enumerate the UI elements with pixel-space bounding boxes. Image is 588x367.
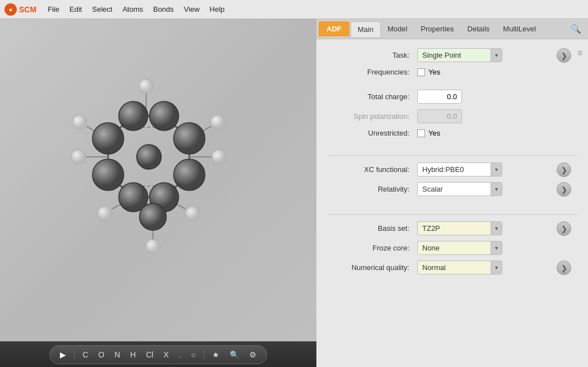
toolbar-hydrogen[interactable]: H (128, 349, 138, 360)
task-dropdown[interactable]: Single Point ▾ (417, 48, 502, 62)
main-container: ▶ C O N H Cl X . ○ ★ 🔍 ⚙ ADF Main Model (0, 19, 588, 367)
task-nav-arrow[interactable]: ❯ (557, 48, 571, 63)
toolbar-carbon[interactable]: C (80, 349, 90, 360)
basis-set-dropdown-arrow[interactable]: ▾ (491, 222, 502, 235)
unrestricted-label: Unrestricted: (328, 129, 417, 137)
svg-point-33 (92, 123, 124, 154)
svg-point-18 (211, 115, 225, 129)
basis-set-nav-arrow[interactable]: ❯ (557, 221, 571, 236)
svg-point-16 (72, 115, 87, 129)
toolbar-oxygen[interactable]: O (96, 349, 107, 360)
tab-adf[interactable]: ADF (319, 21, 349, 36)
numerical-quality-control: Normal ▾ (417, 261, 502, 275)
spin-pol-row: Spin polarization: (328, 109, 577, 123)
scroll-indicator: ≡ (577, 48, 582, 58)
basis-set-label: Basis set: (328, 224, 417, 233)
numerical-quality-dropdown-arrow[interactable]: ▾ (491, 261, 502, 274)
toolbar-settings[interactable]: ⚙ (247, 349, 259, 360)
menu-edit[interactable]: Edit (65, 3, 86, 16)
relativity-dropdown[interactable]: Scalar ▾ (417, 182, 502, 196)
relativity-row-wrapper: Relativity: Scalar ▾ ❯ (328, 182, 577, 196)
basis-set-dropdown-value: TZ2P (418, 222, 491, 235)
unrestricted-yes-label: Yes (428, 129, 440, 137)
menu-select[interactable]: Select (87, 3, 116, 16)
task-dropdown-value: Single Point (418, 49, 491, 62)
xc-dropdown-value: Hybrid:PBE0 (418, 163, 491, 176)
toolbar-dot[interactable]: . (176, 349, 183, 360)
toolbar-star[interactable]: ★ (210, 349, 222, 360)
xc-label: XC functional: (328, 165, 417, 174)
spin-pol-input (417, 109, 462, 123)
toolbar-cursor[interactable]: ▶ (58, 349, 68, 360)
basis-set-row-wrapper: Basis set: TZ2P ▾ ❯ (328, 221, 577, 235)
svg-point-26 (185, 206, 200, 221)
froze-core-row: Froze core: None ▾ (328, 241, 577, 255)
numerical-quality-dropdown[interactable]: Normal ▾ (417, 261, 502, 275)
task-control: Single Point ▾ (417, 48, 502, 62)
froze-core-label: Froze core: (328, 244, 417, 252)
froze-core-dropdown[interactable]: None ▾ (417, 241, 502, 255)
xc-dropdown[interactable]: Hybrid:PBE0 ▾ (417, 162, 502, 176)
froze-core-dropdown-value: None (418, 241, 491, 254)
spin-pol-label: Spin polarization: (328, 112, 417, 120)
task-dropdown-arrow[interactable]: ▾ (491, 49, 502, 62)
numerical-quality-dropdown-value: Normal (418, 261, 491, 274)
spin-pol-control (417, 109, 462, 123)
scm-logo-icon: ● (4, 3, 17, 16)
unrestricted-control: Yes (417, 129, 440, 137)
svg-point-22 (71, 150, 86, 164)
relativity-nav-arrow[interactable]: ❯ (557, 182, 571, 197)
menu-view[interactable]: View (179, 3, 204, 16)
froze-core-row-wrapper: Froze core: None ▾ (328, 241, 577, 255)
bottom-toolbar: ▶ C O N H Cl X . ○ ★ 🔍 ⚙ (0, 341, 316, 367)
content-area: ≡ Task: Single Point ▾ ❯ Frequencies: (316, 39, 588, 367)
tab-main[interactable]: Main (351, 21, 381, 37)
divider-1 (328, 155, 577, 156)
toolbar-x[interactable]: X (161, 349, 171, 360)
tab-details[interactable]: Details (461, 21, 497, 36)
relativity-dropdown-arrow[interactable]: ▾ (491, 183, 502, 196)
svg-point-31 (174, 123, 205, 154)
scm-logo: ● SCM (4, 3, 36, 16)
xc-row: XC functional: Hybrid:PBE0 ▾ ❯ (328, 162, 577, 176)
froze-core-control: None ▾ (417, 241, 502, 255)
basis-set-control: TZ2P ▾ (417, 221, 502, 235)
svg-point-32 (174, 159, 205, 191)
molecule-canvas[interactable] (0, 19, 316, 341)
menu-atoms[interactable]: Atoms (118, 3, 148, 16)
froze-core-dropdown-arrow[interactable]: ▾ (491, 241, 502, 254)
toolbar-nitrogen[interactable]: N (112, 349, 122, 360)
toolbar-pill: ▶ C O N H Cl X . ○ ★ 🔍 ⚙ (49, 345, 267, 364)
basis-set-dropdown[interactable]: TZ2P ▾ (417, 221, 502, 235)
molecule-svg (46, 57, 270, 281)
unrestricted-checkbox[interactable] (417, 129, 425, 137)
svg-point-29 (119, 101, 148, 131)
gap-1 (328, 82, 577, 90)
toolbar-sep-1 (74, 350, 74, 360)
toolbar-chlorine[interactable]: Cl (144, 349, 156, 360)
menu-bonds[interactable]: Bonds (148, 3, 178, 16)
xc-control: Hybrid:PBE0 ▾ (417, 162, 502, 176)
frequencies-checkbox[interactable] (417, 68, 425, 76)
tab-properties[interactable]: Properties (414, 21, 460, 36)
numerical-quality-row-wrapper: Numerical quality: Normal ▾ ❯ (328, 261, 577, 275)
frequencies-row: Frequencies: Yes (328, 68, 577, 76)
total-charge-row: Total charge: (328, 90, 577, 104)
numerical-quality-nav-arrow[interactable]: ❯ (557, 261, 571, 275)
menu-file[interactable]: File (43, 3, 64, 16)
tab-model[interactable]: Model (381, 21, 414, 36)
tab-search-btn[interactable]: 🔍 (566, 22, 586, 36)
total-charge-control (417, 90, 462, 104)
relativity-dropdown-value: Scalar (418, 183, 491, 196)
total-charge-input[interactable] (417, 90, 462, 104)
toolbar-search-mol[interactable]: 🔍 (227, 349, 241, 360)
tab-bar: ADF Main Model Properties Details MultiL… (316, 19, 588, 39)
svg-point-37 (139, 203, 166, 230)
xc-nav-arrow[interactable]: ❯ (557, 162, 571, 177)
toolbar-ring[interactable]: ○ (189, 349, 198, 360)
xc-dropdown-arrow[interactable]: ▾ (491, 163, 502, 176)
svg-point-34 (92, 159, 124, 191)
menubar: ● SCM File Edit Select Atoms Bonds View … (0, 0, 588, 19)
tab-multilevel[interactable]: MultiLevel (496, 21, 543, 36)
menu-help[interactable]: Help (205, 3, 229, 16)
